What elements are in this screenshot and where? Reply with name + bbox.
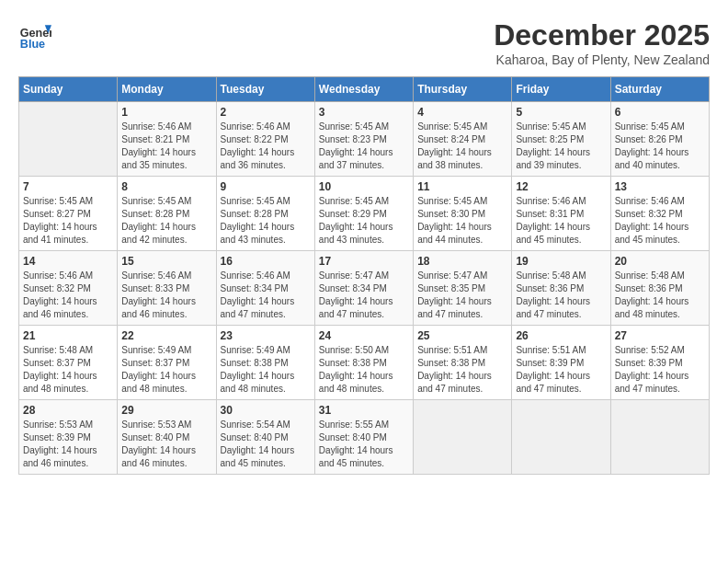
day-info: Sunrise: 5:50 AM Sunset: 8:38 PM Dayligh… bbox=[319, 344, 409, 396]
calendar-table: SundayMondayTuesdayWednesdayThursdayFrid… bbox=[18, 76, 710, 475]
day-number: 18 bbox=[417, 255, 507, 268]
day-info: Sunrise: 5:52 AM Sunset: 8:39 PM Dayligh… bbox=[615, 344, 705, 396]
calendar-cell: 18Sunrise: 5:47 AM Sunset: 8:35 PM Dayli… bbox=[414, 251, 512, 326]
day-number: 22 bbox=[121, 329, 211, 342]
logo-icon: General Blue bbox=[18, 18, 51, 52]
day-number: 19 bbox=[516, 255, 606, 268]
calendar-cell: 16Sunrise: 5:46 AM Sunset: 8:34 PM Dayli… bbox=[216, 251, 314, 326]
location-subtitle: Kaharoa, Bay of Plenty, New Zealand bbox=[494, 52, 710, 67]
day-number: 20 bbox=[615, 255, 705, 268]
day-info: Sunrise: 5:45 AM Sunset: 8:28 PM Dayligh… bbox=[221, 195, 311, 247]
day-number: 7 bbox=[23, 180, 113, 193]
day-info: Sunrise: 5:46 AM Sunset: 8:22 PM Dayligh… bbox=[221, 121, 311, 172]
day-number: 11 bbox=[417, 180, 507, 193]
day-info: Sunrise: 5:45 AM Sunset: 8:30 PM Dayligh… bbox=[417, 195, 507, 247]
calendar-cell: 26Sunrise: 5:51 AM Sunset: 8:39 PM Dayli… bbox=[512, 326, 610, 400]
day-info: Sunrise: 5:45 AM Sunset: 8:29 PM Dayligh… bbox=[319, 195, 409, 247]
day-number: 13 bbox=[615, 180, 705, 193]
day-info: Sunrise: 5:45 AM Sunset: 8:23 PM Dayligh… bbox=[319, 121, 409, 172]
day-number: 26 bbox=[516, 329, 606, 342]
column-header-tuesday: Tuesday bbox=[216, 77, 314, 102]
calendar-cell: 3Sunrise: 5:45 AM Sunset: 8:23 PM Daylig… bbox=[314, 102, 413, 177]
calendar-cell: 13Sunrise: 5:46 AM Sunset: 8:32 PM Dayli… bbox=[610, 177, 709, 251]
page-header: General Blue December 2025 Kaharoa, Bay … bbox=[18, 18, 710, 67]
day-info: Sunrise: 5:46 AM Sunset: 8:32 PM Dayligh… bbox=[23, 270, 113, 321]
day-number: 25 bbox=[417, 329, 507, 342]
day-number: 28 bbox=[23, 404, 113, 417]
day-info: Sunrise: 5:46 AM Sunset: 8:34 PM Dayligh… bbox=[221, 270, 311, 321]
column-header-monday: Monday bbox=[118, 77, 216, 102]
calendar-cell: 10Sunrise: 5:45 AM Sunset: 8:29 PM Dayli… bbox=[314, 177, 413, 251]
calendar-cell: 17Sunrise: 5:47 AM Sunset: 8:34 PM Dayli… bbox=[314, 251, 413, 326]
day-number: 9 bbox=[221, 180, 311, 193]
calendar-cell: 4Sunrise: 5:45 AM Sunset: 8:24 PM Daylig… bbox=[414, 102, 512, 177]
calendar-week-row: 28Sunrise: 5:53 AM Sunset: 8:39 PM Dayli… bbox=[19, 400, 710, 475]
calendar-cell: 20Sunrise: 5:48 AM Sunset: 8:36 PM Dayli… bbox=[610, 251, 709, 326]
calendar-cell: 25Sunrise: 5:51 AM Sunset: 8:38 PM Dayli… bbox=[414, 326, 512, 400]
day-number: 12 bbox=[516, 180, 606, 193]
svg-text:Blue: Blue bbox=[20, 38, 45, 51]
calendar-cell bbox=[19, 102, 118, 177]
month-title: December 2025 bbox=[494, 18, 710, 52]
day-info: Sunrise: 5:48 AM Sunset: 8:36 PM Dayligh… bbox=[615, 270, 705, 321]
day-info: Sunrise: 5:53 AM Sunset: 8:40 PM Dayligh… bbox=[121, 419, 211, 470]
calendar-cell: 27Sunrise: 5:52 AM Sunset: 8:39 PM Dayli… bbox=[610, 326, 709, 400]
day-info: Sunrise: 5:45 AM Sunset: 8:24 PM Dayligh… bbox=[417, 121, 507, 172]
calendar-cell: 6Sunrise: 5:45 AM Sunset: 8:26 PM Daylig… bbox=[610, 102, 709, 177]
calendar-cell: 23Sunrise: 5:49 AM Sunset: 8:38 PM Dayli… bbox=[216, 326, 314, 400]
day-info: Sunrise: 5:51 AM Sunset: 8:39 PM Dayligh… bbox=[516, 344, 606, 396]
day-info: Sunrise: 5:46 AM Sunset: 8:33 PM Dayligh… bbox=[121, 270, 211, 321]
calendar-week-row: 1Sunrise: 5:46 AM Sunset: 8:21 PM Daylig… bbox=[19, 102, 710, 177]
calendar-cell: 5Sunrise: 5:45 AM Sunset: 8:25 PM Daylig… bbox=[512, 102, 610, 177]
day-number: 3 bbox=[319, 106, 409, 119]
day-number: 30 bbox=[221, 404, 311, 417]
calendar-cell: 28Sunrise: 5:53 AM Sunset: 8:39 PM Dayli… bbox=[19, 400, 118, 475]
day-number: 2 bbox=[221, 106, 311, 119]
calendar-cell bbox=[414, 400, 512, 475]
calendar-week-row: 7Sunrise: 5:45 AM Sunset: 8:27 PM Daylig… bbox=[19, 177, 710, 251]
day-number: 14 bbox=[23, 255, 113, 268]
calendar-cell: 7Sunrise: 5:45 AM Sunset: 8:27 PM Daylig… bbox=[19, 177, 118, 251]
day-number: 17 bbox=[319, 255, 409, 268]
day-info: Sunrise: 5:54 AM Sunset: 8:40 PM Dayligh… bbox=[221, 419, 311, 470]
column-header-friday: Friday bbox=[512, 77, 610, 102]
day-info: Sunrise: 5:48 AM Sunset: 8:37 PM Dayligh… bbox=[23, 344, 113, 396]
day-info: Sunrise: 5:53 AM Sunset: 8:39 PM Dayligh… bbox=[23, 419, 113, 470]
day-info: Sunrise: 5:45 AM Sunset: 8:26 PM Dayligh… bbox=[615, 121, 705, 172]
calendar-header-row: SundayMondayTuesdayWednesdayThursdayFrid… bbox=[19, 77, 710, 102]
title-block: December 2025 Kaharoa, Bay of Plenty, Ne… bbox=[494, 18, 710, 67]
day-info: Sunrise: 5:51 AM Sunset: 8:38 PM Dayligh… bbox=[417, 344, 507, 396]
column-header-wednesday: Wednesday bbox=[314, 77, 413, 102]
day-info: Sunrise: 5:45 AM Sunset: 8:28 PM Dayligh… bbox=[121, 195, 211, 247]
calendar-cell: 19Sunrise: 5:48 AM Sunset: 8:36 PM Dayli… bbox=[512, 251, 610, 326]
day-info: Sunrise: 5:48 AM Sunset: 8:36 PM Dayligh… bbox=[516, 270, 606, 321]
day-number: 6 bbox=[615, 106, 705, 119]
day-number: 1 bbox=[121, 106, 211, 119]
day-info: Sunrise: 5:55 AM Sunset: 8:40 PM Dayligh… bbox=[319, 419, 409, 470]
calendar-week-row: 21Sunrise: 5:48 AM Sunset: 8:37 PM Dayli… bbox=[19, 326, 710, 400]
day-number: 8 bbox=[121, 180, 211, 193]
calendar-cell bbox=[512, 400, 610, 475]
day-info: Sunrise: 5:46 AM Sunset: 8:32 PM Dayligh… bbox=[615, 195, 705, 247]
day-number: 31 bbox=[319, 404, 409, 417]
day-number: 29 bbox=[121, 404, 211, 417]
day-number: 27 bbox=[615, 329, 705, 342]
column-header-saturday: Saturday bbox=[610, 77, 709, 102]
day-info: Sunrise: 5:46 AM Sunset: 8:21 PM Dayligh… bbox=[121, 121, 211, 172]
calendar-week-row: 14Sunrise: 5:46 AM Sunset: 8:32 PM Dayli… bbox=[19, 251, 710, 326]
day-info: Sunrise: 5:45 AM Sunset: 8:27 PM Dayligh… bbox=[23, 195, 113, 247]
day-number: 23 bbox=[221, 329, 311, 342]
calendar-cell: 2Sunrise: 5:46 AM Sunset: 8:22 PM Daylig… bbox=[216, 102, 314, 177]
calendar-cell: 30Sunrise: 5:54 AM Sunset: 8:40 PM Dayli… bbox=[216, 400, 314, 475]
day-number: 4 bbox=[417, 106, 507, 119]
day-info: Sunrise: 5:47 AM Sunset: 8:35 PM Dayligh… bbox=[417, 270, 507, 321]
day-info: Sunrise: 5:46 AM Sunset: 8:31 PM Dayligh… bbox=[516, 195, 606, 247]
calendar-cell: 8Sunrise: 5:45 AM Sunset: 8:28 PM Daylig… bbox=[118, 177, 216, 251]
calendar-cell: 29Sunrise: 5:53 AM Sunset: 8:40 PM Dayli… bbox=[118, 400, 216, 475]
calendar-cell: 11Sunrise: 5:45 AM Sunset: 8:30 PM Dayli… bbox=[414, 177, 512, 251]
day-info: Sunrise: 5:49 AM Sunset: 8:38 PM Dayligh… bbox=[221, 344, 311, 396]
logo: General Blue bbox=[18, 18, 51, 52]
calendar-cell: 24Sunrise: 5:50 AM Sunset: 8:38 PM Dayli… bbox=[314, 326, 413, 400]
calendar-cell: 15Sunrise: 5:46 AM Sunset: 8:33 PM Dayli… bbox=[118, 251, 216, 326]
day-number: 21 bbox=[23, 329, 113, 342]
